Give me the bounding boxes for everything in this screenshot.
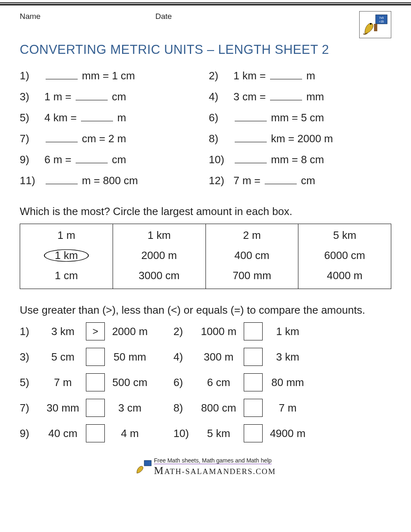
answer-blank[interactable] — [46, 176, 78, 184]
expr-pre: 6 m = — [44, 153, 74, 166]
compare-left: 5 cm — [40, 351, 85, 363]
conversion-expression: mm = 8 cm — [233, 153, 365, 166]
question-number: 5) — [20, 111, 44, 124]
comparison-answer-box[interactable] — [244, 424, 263, 442]
question-number: 10) — [173, 427, 194, 440]
comparison-answer-box[interactable]: > — [86, 322, 105, 340]
choice-option[interactable]: 1 m — [50, 228, 83, 243]
salamander-logo: 7x5 =35 — [359, 11, 391, 38]
answer-blank[interactable] — [235, 113, 267, 121]
compare-left: 7 m — [40, 376, 85, 389]
question-number: 7) — [20, 402, 40, 414]
conversion-expression: 1 km = m — [233, 69, 365, 82]
conversion-expression: mm = 1 cm — [44, 69, 176, 82]
answer-blank[interactable] — [46, 71, 78, 79]
comparison-answer-box[interactable] — [86, 424, 105, 442]
question-number: 8) — [209, 132, 233, 145]
footer: Free Math sheets, Math games and Math he… — [20, 455, 391, 488]
compare-right: 50 mm — [105, 351, 155, 363]
compare-right: 500 cm — [105, 376, 155, 389]
conversion-expression: km = 2000 m — [233, 132, 365, 145]
conversion-expression: 3 cm = mm — [233, 90, 365, 103]
choice-option[interactable]: 3000 cm — [131, 268, 187, 283]
comparison-answer-box[interactable] — [86, 373, 105, 391]
answer-blank[interactable] — [235, 155, 267, 163]
header-row: Name Date 7x5 =35 — [20, 8, 391, 38]
comparison-answer-box[interactable] — [244, 399, 263, 417]
compare-left: 5 km — [194, 427, 243, 440]
question-number: 9) — [20, 427, 40, 440]
answer-blank[interactable] — [265, 176, 297, 184]
expr-pre: 1 m = — [44, 90, 74, 103]
compare-right: 3 km — [263, 351, 312, 363]
choice-option[interactable]: 400 cm — [227, 248, 277, 263]
footer-tagline: Free Math sheets, Math games and Math he… — [154, 457, 276, 464]
expr-pre: 7 m = — [233, 174, 263, 187]
choice-option[interactable]: 2 m — [236, 228, 268, 243]
expr-post: km = 2000 m — [268, 132, 333, 145]
comparison-answer-box[interactable] — [86, 399, 105, 417]
section3-instruction: Use greater than (>), less than (<) or e… — [20, 304, 391, 317]
footer-salamander-icon — [135, 460, 152, 474]
question-number: 6) — [209, 111, 233, 124]
choice-option[interactable]: 1 km — [47, 248, 85, 263]
comparison-answer-box[interactable] — [244, 322, 263, 340]
expr-post: m — [114, 111, 126, 124]
svg-text:7x5: 7x5 — [379, 16, 383, 19]
question-number: 3) — [20, 351, 40, 363]
choice-option[interactable]: 6000 cm — [317, 248, 373, 263]
expr-post: cm — [298, 174, 315, 187]
choice-option[interactable]: 4000 m — [319, 268, 370, 283]
top-rule — [0, 2, 411, 5]
question-number: 3) — [20, 90, 44, 103]
answer-blank[interactable] — [81, 113, 113, 121]
comparison-answer-box[interactable] — [86, 348, 105, 366]
answer-blank[interactable] — [270, 71, 302, 79]
question-number: 12) — [209, 174, 233, 187]
salamander-icon: 7x5 =35 — [363, 14, 388, 35]
expr-pre: 1 km = — [233, 69, 269, 82]
choice-option[interactable]: 2000 m — [134, 248, 185, 263]
choice-option[interactable]: 5 km — [326, 228, 363, 243]
compare-left: 800 cm — [194, 402, 243, 414]
expr-post: cm — [109, 90, 126, 103]
compare-right: 2000 m — [105, 325, 155, 338]
question-number: 1) — [20, 325, 40, 338]
answer-blank[interactable] — [235, 134, 267, 142]
answer-blank[interactable] — [46, 134, 78, 142]
compare-left: 3 km — [40, 325, 85, 338]
footer-brand: MATH-SALAMANDERS.COM — [154, 465, 276, 477]
choice-option[interactable]: 1 km — [140, 228, 178, 243]
compare-left: 30 mm — [40, 402, 85, 414]
compare-right: 4900 m — [263, 427, 312, 440]
comparison-answer-box[interactable] — [244, 348, 263, 366]
comparison-answer-box[interactable] — [244, 373, 263, 391]
choice-option[interactable]: 1 cm — [47, 268, 85, 283]
section2-table: 1 m1 km1 cm1 km2000 m3000 cm2 m400 cm700… — [20, 224, 391, 289]
choice-box: 1 m1 km1 cm — [20, 224, 113, 289]
expr-post: mm = 5 cm — [268, 111, 324, 124]
answer-blank[interactable] — [270, 92, 302, 100]
worksheet-page: Name Date 7x5 =35 CONVERTING METRIC UNIT… — [0, 2, 411, 488]
svg-point-4 — [370, 23, 372, 25]
question-number: 9) — [20, 153, 44, 166]
question-number: 4) — [209, 90, 233, 103]
question-number: 10) — [209, 153, 233, 166]
conversion-expression: 4 km = m — [44, 111, 176, 124]
choice-box: 1 km2000 m3000 cm — [113, 224, 206, 289]
question-number: 1) — [20, 69, 44, 82]
section3-grid: 1)3 km>2000 m2)1000 m1 km3)5 cm50 mm4)30… — [20, 322, 391, 442]
section2-instruction: Which is the most? Circle the largest am… — [20, 205, 391, 218]
svg-rect-3 — [374, 24, 377, 31]
expr-post: mm — [303, 90, 324, 103]
choice-option[interactable]: 700 mm — [225, 268, 279, 283]
conversion-expression: mm = 5 cm — [233, 111, 365, 124]
expr-post: m — [303, 69, 315, 82]
answer-blank[interactable] — [76, 92, 108, 100]
question-number: 6) — [173, 376, 194, 389]
answer-blank[interactable] — [76, 155, 108, 163]
name-label: Name — [20, 12, 155, 21]
compare-right: 4 m — [105, 427, 155, 440]
question-number: 4) — [173, 351, 194, 363]
question-number: 7) — [20, 132, 44, 145]
